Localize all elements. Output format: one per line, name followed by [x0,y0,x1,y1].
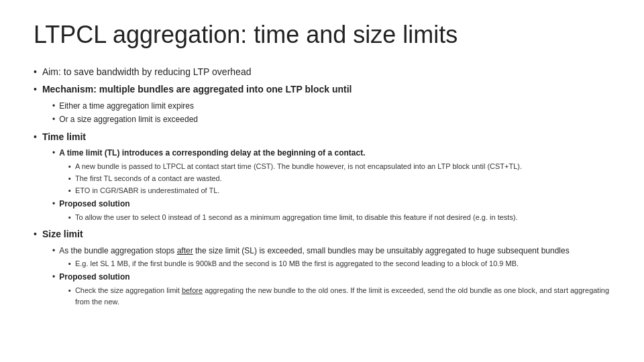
list-item: • Mechanism: multiple bundles are aggreg… [34,82,610,97]
sl-before-underline: before [182,286,203,294]
subsub-bullet-icon: ▪ [68,161,71,172]
size-limit-text: Size limit [42,227,83,242]
tl-proposed-subsublist: ▪ To allow the user to select 0 instead … [68,212,610,223]
sub-bullet-icon: • [52,100,55,113]
list-item: • Size limit [34,227,610,242]
subsub-bullet-icon: ▪ [68,173,71,184]
mechanism-sub2: Or a size aggregation limit is exceeded [59,113,198,126]
list-item: • Time limit [34,130,610,145]
content-area: • Aim: to save bandwidth by reducing LTP… [34,65,610,308]
list-item: • As the bundle aggregation stops after … [52,245,610,257]
time-limit-text: Time limit [42,130,86,145]
sl-sub1: E.g. let SL 1 MB, if the first bundle is… [75,258,519,269]
sub-bullet-icon: • [52,147,55,160]
sl-text: As the bundle aggregation stops after th… [59,245,570,257]
list-item: ▪ The first TL seconds of a contact are … [68,173,610,184]
page-title: LTPCL aggregation: time and size limits [34,20,610,49]
tl-delay-text: A time limit (TL) introduces a correspon… [59,147,365,160]
bullet-icon: • [34,130,37,145]
sl-proposed-text: Proposed solution [59,271,129,284]
list-item: • Proposed solution [52,198,610,210]
bullet-icon: • [34,65,37,80]
subsub-bullet-icon: ▪ [68,185,71,196]
list-item: ▪ ETO in CGR/SABR is underestimated of T… [68,185,610,196]
subsub-bullet-icon: ▪ [68,212,71,223]
mechanism-sublist: • Either a time aggregation limit expire… [52,100,610,126]
list-item: ▪ E.g. let SL 1 MB, if the first bundle … [68,258,610,269]
sub-bullet-icon: • [52,198,55,210]
mechanism-text: Mechanism: multiple bundles are aggregat… [42,82,352,97]
sl-proposed-sub1: Check the size aggregation limit before … [75,285,610,308]
list-item: • Either a time aggregation limit expire… [52,100,610,113]
sl-subsublist: ▪ E.g. let SL 1 MB, if the first bundle … [68,258,610,269]
subsub-bullet-icon: ▪ [68,258,71,269]
size-limit-sublist: • As the bundle aggregation stops after … [52,245,610,308]
aim-text: Aim: to save bandwidth by reducing LTP o… [42,65,252,80]
subsub-bullet-icon: ▪ [68,285,71,296]
list-item: • Proposed solution [52,271,610,284]
list-item: ▪ A new bundle is passed to LTPCL at con… [68,161,610,172]
list-item: ▪ Check the size aggregation limit befor… [68,285,610,308]
time-limit-sublist: • A time limit (TL) introduces a corresp… [52,147,610,223]
sub-bullet-icon: • [52,113,55,126]
bullet-icon: • [34,82,37,97]
tl-proposed-sub1: To allow the user to select 0 instead of… [75,212,518,223]
tl-sub2: The first TL seconds of a contact are wa… [75,173,222,184]
tl-sub1: A new bundle is passed to LTPCL at conta… [75,161,522,172]
sl-underline: after [177,246,193,255]
mechanism-sub1: Either a time aggregation limit expires [59,100,194,113]
tl-sub3: ETO in CGR/SABR is underestimated of TL. [75,185,219,196]
list-item: ▪ To allow the user to select 0 instead … [68,212,610,223]
bullet-icon: • [34,227,37,242]
tl-proposed-text: Proposed solution [59,198,129,210]
sub-bullet-icon: • [52,271,55,284]
tl-subsublist: ▪ A new bundle is passed to LTPCL at con… [68,161,610,196]
sub-bullet-icon: • [52,245,55,257]
list-item: • A time limit (TL) introduces a corresp… [52,147,610,160]
sl-proposed-subsublist: ▪ Check the size aggregation limit befor… [68,285,610,308]
list-item: • Aim: to save bandwidth by reducing LTP… [34,65,610,80]
list-item: • Or a size aggregation limit is exceede… [52,113,610,126]
